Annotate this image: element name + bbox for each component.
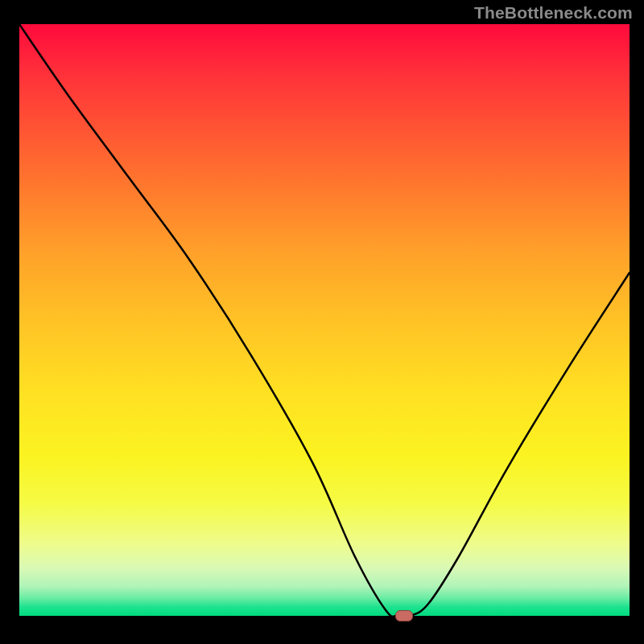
chart-container: TheBottleneck.com bbox=[0, 0, 644, 644]
watermark-text: TheBottleneck.com bbox=[474, 3, 633, 23]
plot-area bbox=[19, 24, 630, 616]
curve-svg bbox=[19, 24, 630, 616]
optimum-marker bbox=[395, 610, 413, 621]
bottleneck-curve-path bbox=[19, 24, 630, 616]
